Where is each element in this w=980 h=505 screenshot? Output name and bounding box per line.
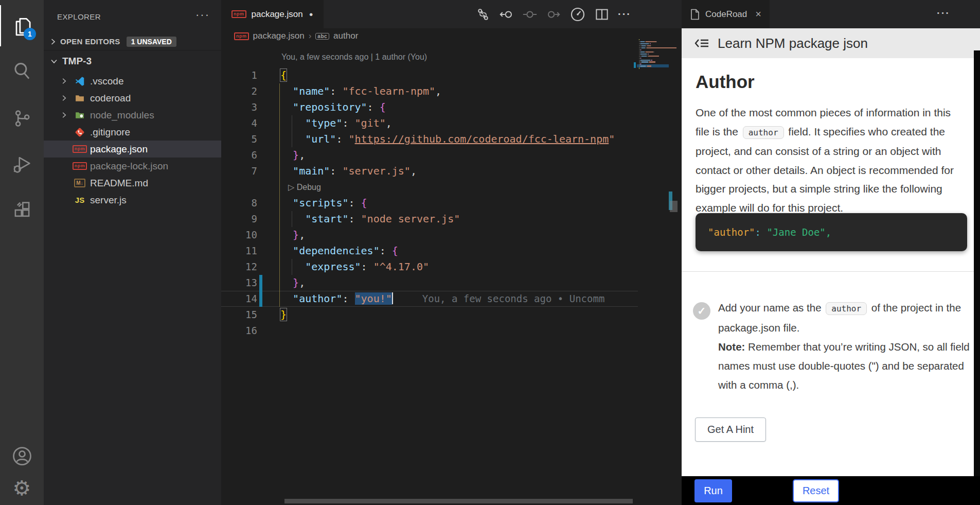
code-line-4[interactable]: 4 "type": "git",	[221, 115, 638, 131]
minimap[interactable]	[638, 39, 668, 85]
inline-code-chip: author	[743, 126, 784, 139]
modified-line-marker	[259, 291, 262, 307]
inline-code-chip: author	[826, 302, 867, 315]
code-line-16[interactable]: 16	[221, 323, 638, 339]
modified-dot-icon[interactable]: ●	[309, 10, 313, 18]
code-line-12[interactable]: 12 "express": "^4.17.0"	[221, 259, 638, 275]
chevron-spacer	[60, 162, 68, 170]
close-icon[interactable]: ×	[755, 8, 761, 20]
activity-bar: 1	[0, 0, 44, 505]
indent-guide	[292, 259, 292, 275]
settings-button[interactable]: ⚙	[0, 473, 44, 503]
code-line-9[interactable]: 9 "start": "node server.js"	[221, 211, 638, 227]
collapse-menu-icon[interactable]	[694, 37, 709, 50]
tab-package-json[interactable]: npm package.json ●	[221, 0, 324, 28]
unsaved-count-badge: 1	[24, 28, 36, 40]
debug-codelens[interactable]: ▷ Debug	[288, 179, 321, 195]
breadcrumb-file[interactable]: package.json	[253, 31, 305, 41]
unsaved-badge: 1 UNSAVED	[127, 37, 176, 47]
open-editors-section[interactable]: OPEN EDITORS 1 UNSAVED	[44, 33, 221, 50]
tutorial-title: Learn NPM package json	[718, 36, 868, 51]
extensions-icon	[11, 199, 33, 221]
breadcrumb-symbol[interactable]: author	[333, 31, 358, 41]
file-item-node_modules[interactable]: node_modules	[44, 107, 221, 124]
run-tutorial-icon[interactable]	[569, 6, 586, 23]
task-description: Add your name as the author of the proje…	[718, 298, 970, 394]
next-change-icon[interactable]	[546, 7, 561, 22]
line-number: 6	[221, 147, 257, 163]
tab-coderoad[interactable]: CodeRoad ×	[682, 0, 770, 28]
split-editor-icon[interactable]	[594, 7, 610, 22]
chevron-right-icon	[60, 94, 68, 102]
line-number: 1	[221, 67, 257, 83]
sidebar-item-run-debug[interactable]	[0, 143, 44, 184]
open-editors-label: OPEN EDITORS	[60, 37, 120, 46]
code-line-6[interactable]: 6 },	[221, 147, 638, 163]
coderoad-panel: CodeRoad × ··· Learn NPM package json Au…	[682, 0, 980, 505]
file-item-.gitignore[interactable]: .gitignore	[44, 124, 221, 141]
sidebar-item-extensions[interactable]	[0, 189, 44, 231]
search-icon	[11, 60, 33, 82]
git-icon	[73, 127, 87, 138]
code-line-15[interactable]: 15}	[221, 307, 638, 323]
step-heading: Author	[696, 72, 755, 92]
file-item-package-lock.json[interactable]: npmpackage-lock.json	[44, 158, 221, 175]
current-change-icon[interactable]	[522, 7, 538, 22]
explorer-more-actions-icon[interactable]: ···	[195, 8, 210, 22]
chevron-right-icon	[60, 111, 68, 119]
sidebar-item-source-control[interactable]	[0, 98, 44, 139]
sidebar-item-search[interactable]	[0, 50, 44, 92]
line-number: 5	[221, 131, 257, 147]
file-icon	[690, 9, 700, 20]
code-line-5[interactable]: 5 "url": "https://github.com/coderoad/fc…	[221, 131, 638, 147]
get-hint-button[interactable]: Get A Hint	[695, 417, 766, 442]
explorer-sidebar: EXPLORER ··· OPEN EDITORS 1 UNSAVED TMP-…	[44, 0, 221, 505]
file-item-.vscode[interactable]: .vscode	[44, 73, 221, 90]
indent-guide	[279, 83, 280, 307]
vertical-scrollbar-thumb[interactable]	[670, 201, 678, 212]
webview-scrollbar[interactable]	[974, 50, 980, 505]
code-area[interactable]: 1{2 "name": "fcc-learn-npm",3 "repositor…	[221, 67, 638, 339]
chevron-spacer	[60, 145, 68, 153]
sidebar-item-explorer[interactable]: 1	[0, 5, 44, 46]
line-number: 16	[221, 323, 257, 339]
run-button[interactable]: Run	[694, 479, 732, 502]
code-line-1[interactable]: 1{	[221, 67, 638, 83]
tab-label: package.json	[252, 9, 303, 20]
file-item-server.js[interactable]: JSserver.js	[44, 191, 221, 208]
code-example: "author": "Jane Doe",	[696, 213, 967, 251]
code-line-3[interactable]: 3 "repository": {	[221, 99, 638, 115]
workspace-root[interactable]: TMP-3	[44, 53, 221, 70]
previous-change-icon[interactable]	[498, 7, 514, 22]
code-line-2[interactable]: 2 "name": "fcc-learn-npm",	[221, 83, 638, 99]
chevron-right-icon	[60, 77, 68, 85]
editor-more-actions-icon[interactable]: ···	[618, 8, 631, 20]
code-line-14[interactable]: 14 "author": "you!"You, a few seconds ag…	[221, 291, 638, 307]
line-number: 11	[221, 243, 257, 259]
source-control-icon	[11, 108, 33, 129]
code-line-7[interactable]: 7 "main": "server.js",	[221, 163, 638, 179]
file-item-coderoad[interactable]: coderoad	[44, 90, 221, 107]
line-number: 4	[221, 115, 257, 131]
code-line-10[interactable]: 10 },	[221, 227, 638, 243]
modified-line-marker	[259, 275, 262, 291]
reset-button[interactable]: Reset	[793, 479, 839, 502]
account-button[interactable]	[0, 441, 44, 472]
code-line-11[interactable]: 11 "dependencies": {	[221, 243, 638, 259]
workspace-root-label: TMP-3	[62, 56, 92, 67]
npm-icon: npm	[234, 32, 249, 40]
file-item-package.json[interactable]: npmpackage.json	[44, 141, 221, 158]
line-number: 3	[221, 99, 257, 115]
file-tree: .vscodecoderoadnode_modules.gitignorenpm…	[44, 73, 221, 208]
file-item-README.md[interactable]: M↓README.md	[44, 175, 221, 191]
horizontal-scrollbar[interactable]	[284, 499, 633, 503]
coderoad-more-actions-icon[interactable]: ···	[937, 7, 950, 19]
gitlens-blame-header[interactable]: You, a few seconds ago | 1 author (You)	[281, 53, 427, 62]
open-changes-icon[interactable]	[476, 7, 490, 22]
code-line-8[interactable]: 8 "scripts": {	[221, 195, 638, 211]
line-number: 15	[221, 307, 257, 323]
breadcrumb: npm package.json › abc author	[221, 28, 682, 44]
coderoad-tab-label: CodeRoad	[705, 9, 747, 20]
code-line-13[interactable]: 13 },	[221, 275, 638, 291]
vscode-window: 1	[0, 0, 980, 505]
